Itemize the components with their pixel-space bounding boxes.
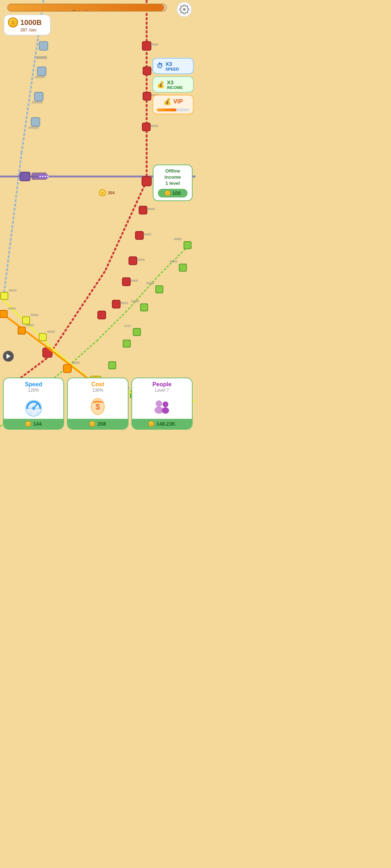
speed-boost-button[interactable]: ⏱ X3 SPEED <box>152 58 194 74</box>
svg-text:F: F <box>37 411 39 414</box>
svg-text:354: 354 <box>108 191 115 195</box>
svg-rect-24 <box>150 43 158 46</box>
svg-rect-12 <box>20 172 30 181</box>
svg-rect-76 <box>47 331 55 333</box>
cost-button[interactable]: $ 208 <box>68 419 127 429</box>
svg-rect-41 <box>120 302 128 304</box>
svg-rect-61 <box>109 362 116 369</box>
svg-rect-40 <box>112 300 120 308</box>
cost-card-title: Cost <box>70 381 125 388</box>
svg-rect-88 <box>63 365 71 373</box>
svg-rect-75 <box>39 333 46 341</box>
svg-rect-30 <box>151 125 159 127</box>
offline-collect-button[interactable]: $ 100 <box>158 189 188 197</box>
stopwatch-icon: ⏱ <box>157 62 163 70</box>
income-multiplier: X3 <box>167 79 183 85</box>
svg-point-112 <box>156 400 162 407</box>
svg-rect-36 <box>129 257 137 265</box>
svg-rect-38 <box>122 278 130 286</box>
cost-upgrade-card[interactable]: Cost 136% $ $ 208 <box>67 378 128 430</box>
offline-income-title: Offline income 1 level <box>158 168 188 187</box>
right-buttons: ⏱ X3 SPEED 💰 X3 INCOME 💰 VIP <box>152 58 194 114</box>
svg-rect-39 <box>130 280 138 282</box>
svg-point-17 <box>45 176 46 177</box>
svg-rect-10 <box>28 127 39 129</box>
svg-text:$: $ <box>101 191 103 195</box>
vip-boost-button[interactable]: 💰 VIP <box>152 95 194 114</box>
offline-income-card[interactable]: Offline income 1 level $ 100 <box>153 165 193 201</box>
offline-amount: 100 <box>172 190 181 196</box>
svg-point-16 <box>42 176 43 177</box>
cost-cost: 208 <box>97 421 106 427</box>
svg-rect-29 <box>142 123 150 131</box>
svg-rect-86 <box>18 327 25 334</box>
vip-label: VIP <box>173 98 183 105</box>
svg-rect-9 <box>31 118 40 126</box>
svg-rect-27 <box>143 92 151 100</box>
svg-rect-6 <box>35 76 45 78</box>
svg-rect-33 <box>147 208 155 210</box>
svg-rect-37 <box>137 259 145 261</box>
people-cost-coin: $ <box>148 421 154 427</box>
svg-rect-5 <box>37 67 46 76</box>
money-amount: 1000B <box>20 18 42 27</box>
speed-multiplier: X3 <box>165 61 179 67</box>
svg-rect-32 <box>139 206 147 214</box>
svg-rect-31 <box>142 176 151 186</box>
people-upgrade-card[interactable]: People Level 7 $ 148.23K <box>131 378 193 430</box>
svg-point-114 <box>163 401 168 407</box>
svg-rect-50 <box>184 242 191 249</box>
cost-coin: $ <box>89 421 95 427</box>
svg-rect-72 <box>9 289 17 292</box>
speed-card-subtitle: 120% <box>6 388 61 393</box>
svg-rect-59 <box>124 325 131 327</box>
svg-rect-56 <box>140 304 148 311</box>
svg-rect-71 <box>1 292 8 299</box>
speed-upgrade-card[interactable]: Speed 120% S F $ 144 <box>3 378 64 430</box>
svg-rect-7 <box>34 92 43 101</box>
svg-rect-87 <box>26 324 34 326</box>
people-card-subtitle: Level 7 <box>134 388 190 393</box>
cost-card-icon: $ <box>87 396 109 417</box>
svg-rect-58 <box>133 328 140 336</box>
svg-rect-25 <box>143 67 151 75</box>
svg-rect-89 <box>72 362 80 364</box>
svg-rect-53 <box>169 260 177 263</box>
svg-rect-60 <box>123 340 130 347</box>
income-boost-button[interactable]: 💰 X3 INCOME <box>152 76 194 93</box>
svg-text:S: S <box>29 411 31 414</box>
money-row: $ 1000B <box>8 17 42 27</box>
income-label: INCOME <box>167 85 183 90</box>
offline-coin-icon: $ <box>165 190 171 196</box>
exp-bar: Detroit 99% <box>7 4 167 12</box>
svg-rect-23 <box>142 42 151 50</box>
svg-rect-3 <box>39 42 48 50</box>
svg-rect-57 <box>131 300 139 302</box>
svg-text:$: $ <box>96 402 100 411</box>
svg-point-115 <box>162 407 169 414</box>
speed-cost-coin: $ <box>25 421 31 427</box>
svg-point-15 <box>39 176 41 177</box>
people-cost: 148.23K <box>156 421 176 427</box>
people-card-title: People <box>134 381 190 388</box>
svg-point-18 <box>47 176 49 177</box>
income-icon: 💰 <box>157 81 165 89</box>
vip-icon: 💰 <box>163 98 171 106</box>
svg-rect-52 <box>179 264 186 271</box>
vip-bar-fill <box>157 109 176 111</box>
settings-button[interactable] <box>177 2 192 17</box>
play-button[interactable] <box>3 351 14 362</box>
vip-progress-bar <box>157 109 189 111</box>
people-card-icon <box>151 396 173 417</box>
svg-rect-84 <box>0 310 7 318</box>
bottom-upgrade-cards: Speed 120% S F $ 144 Cost 136% <box>3 378 193 430</box>
money-rate: 387 /sec <box>20 27 37 33</box>
speed-cost-button[interactable]: $ 144 <box>4 419 63 429</box>
speed-cost: 144 <box>33 421 42 427</box>
svg-rect-74 <box>30 314 38 316</box>
svg-rect-35 <box>143 233 151 235</box>
people-cost-button[interactable]: $ 148.23K <box>132 419 192 429</box>
svg-rect-54 <box>156 286 163 293</box>
svg-rect-42 <box>98 311 106 319</box>
cost-card-subtitle: 136% <box>70 388 125 393</box>
